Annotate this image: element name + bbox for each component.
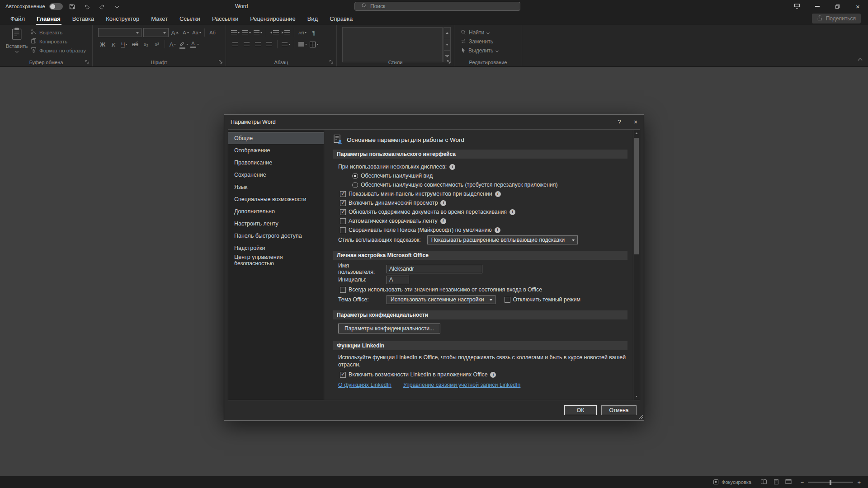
info-icon[interactable]: i <box>495 227 500 233</box>
bold-button[interactable]: Ж <box>98 40 107 49</box>
sidebar-item-trust-center[interactable]: Центр управления безопасностью <box>228 254 324 266</box>
checkbox-always-use-values[interactable]: Всегда использовать эти значения независ… <box>340 285 633 294</box>
sidebar-item-accessibility[interactable]: Специальные возможности <box>228 193 324 205</box>
office-theme-select[interactable]: Использовать системные настройки <box>387 295 495 304</box>
change-case-button[interactable]: Аа <box>192 28 201 37</box>
styles-up-button[interactable] <box>443 27 451 39</box>
superscript-button[interactable]: х² <box>152 40 161 49</box>
font-color-button[interactable]: А <box>190 40 199 49</box>
radio-dot[interactable] <box>352 182 358 188</box>
checkbox-disable-dark-mode[interactable] <box>505 297 510 303</box>
customize-toolbar-button[interactable] <box>112 1 123 11</box>
zoom-slider[interactable] <box>808 482 853 483</box>
bullet-list-button[interactable] <box>231 28 240 37</box>
maximize-button[interactable] <box>827 0 848 13</box>
clipboard-dialog-launcher[interactable] <box>85 60 90 65</box>
tab-references[interactable]: Ссылки <box>174 13 206 25</box>
replace-button[interactable]: Заменить <box>461 38 498 45</box>
initials-input[interactable] <box>387 276 409 284</box>
checkbox-show-minitoolbar[interactable]: Показывать мини-панель инструментов при … <box>340 189 633 198</box>
linkedin-manage-link[interactable]: Управление связями учетной записи Linked… <box>403 382 520 388</box>
select-button[interactable]: Выделить <box>461 47 498 54</box>
text-effects-button[interactable]: А <box>168 40 177 49</box>
scroll-up-button[interactable] <box>633 130 640 136</box>
tab-file[interactable]: Файл <box>5 13 31 25</box>
font-name-combo[interactable] <box>98 28 142 37</box>
increase-indent-button[interactable] <box>281 28 290 37</box>
tab-mailings[interactable]: Рассылки <box>206 13 244 25</box>
font-dialog-launcher[interactable] <box>218 60 223 65</box>
tooltip-style-select[interactable]: Показывать расширенные всплывающие подск… <box>427 235 578 244</box>
dialog-help-button[interactable]: ? <box>611 115 627 129</box>
redo-button[interactable] <box>97 1 108 11</box>
minimize-button[interactable] <box>807 0 827 13</box>
resize-grip[interactable] <box>638 414 643 419</box>
align-left-button[interactable] <box>231 40 240 49</box>
checkbox-collapse-search[interactable]: Сворачивать поле Поиска (Майкрософт) по … <box>340 225 633 235</box>
grow-font-button[interactable]: А <box>170 28 179 37</box>
print-layout-button[interactable] <box>774 479 779 486</box>
save-button[interactable] <box>67 1 78 11</box>
font-size-combo[interactable] <box>143 28 169 37</box>
ok-button[interactable]: ОК <box>564 405 597 415</box>
borders-button[interactable] <box>309 40 318 49</box>
zoom-in-button[interactable]: + <box>857 479 861 486</box>
cut-button[interactable]: Вырезать <box>31 29 86 36</box>
styles-down-button[interactable] <box>443 39 451 51</box>
sidebar-item-save[interactable]: Сохранение <box>228 169 324 181</box>
dialog-titlebar[interactable]: Параметры Word <box>224 115 644 129</box>
radio-best-compatibility[interactable]: Обеспечить наилучшую совместимость (треб… <box>352 180 633 189</box>
sidebar-item-quick-access[interactable]: Панель быстрого доступа <box>228 230 324 242</box>
copy-button[interactable]: Копировать <box>31 38 86 45</box>
sidebar-item-language[interactable]: Язык <box>228 181 324 193</box>
sidebar-item-customize-ribbon[interactable]: Настроить ленту <box>228 217 324 230</box>
sidebar-item-proofing[interactable]: Правописание <box>228 156 324 169</box>
styles-gallery[interactable] <box>342 27 443 62</box>
numbered-list-button[interactable] <box>242 28 251 37</box>
strikethrough-button[interactable]: аб <box>131 40 140 49</box>
styles-dialog-launcher[interactable] <box>447 60 452 65</box>
dialog-scrollbar[interactable] <box>633 130 640 400</box>
collapse-ribbon-button[interactable] <box>859 56 862 64</box>
info-icon[interactable]: i <box>440 200 446 206</box>
share-button[interactable]: Поделиться <box>812 14 861 23</box>
zoom-slider-thumb[interactable] <box>830 480 831 485</box>
tab-home[interactable]: Главная <box>31 13 66 25</box>
shading-button[interactable] <box>298 40 307 49</box>
multilevel-list-button[interactable] <box>253 28 262 37</box>
close-button[interactable]: × <box>848 0 868 13</box>
dialog-close-button[interactable]: × <box>627 115 644 129</box>
tab-help[interactable]: Справка <box>324 13 359 25</box>
sidebar-item-advanced[interactable]: Дополнительно <box>228 205 324 217</box>
linkedin-about-link[interactable]: О функциях LinkedIn <box>338 382 392 388</box>
tab-layout[interactable]: Макет <box>145 13 174 25</box>
tab-design[interactable]: Конструктор <box>100 13 145 25</box>
tab-review[interactable]: Рецензирование <box>244 13 301 25</box>
ribbon-display-options-button[interactable] <box>787 0 807 13</box>
tab-view[interactable]: Вид <box>302 13 324 25</box>
sidebar-item-display[interactable]: Отображение <box>228 144 324 156</box>
align-right-button[interactable] <box>253 40 262 49</box>
focus-button[interactable]: Фокусировка <box>713 479 751 486</box>
scroll-thumb[interactable] <box>634 138 639 254</box>
info-icon[interactable]: i <box>449 164 455 170</box>
autosave-toggle[interactable] <box>49 3 63 10</box>
tab-insert[interactable]: Вставка <box>66 13 100 25</box>
line-spacing-button[interactable] <box>281 40 290 49</box>
info-icon[interactable]: i <box>495 191 501 197</box>
paste-button[interactable]: Вставить <box>5 28 28 64</box>
checkbox-update-while-drag[interactable]: Обновлять содержимое документа во время … <box>340 207 633 216</box>
justify-button[interactable] <box>264 40 274 49</box>
clear-formatting-button[interactable]: Аб <box>208 28 217 37</box>
highlight-button[interactable] <box>179 40 188 49</box>
cancel-button[interactable]: Отмена <box>601 405 637 415</box>
privacy-settings-button[interactable]: Параметры конфиденциальности... <box>338 324 440 333</box>
read-mode-button[interactable] <box>760 479 767 485</box>
info-icon[interactable]: i <box>490 372 496 378</box>
radio-dot[interactable] <box>352 173 358 179</box>
format-painter-button[interactable]: Формат по образцу <box>31 47 86 54</box>
info-icon[interactable]: i <box>440 218 446 224</box>
checkbox-live-preview[interactable]: Включить динамический просмотр i <box>340 198 633 207</box>
zoom-out-button[interactable]: − <box>801 479 804 486</box>
username-input[interactable] <box>387 265 482 273</box>
